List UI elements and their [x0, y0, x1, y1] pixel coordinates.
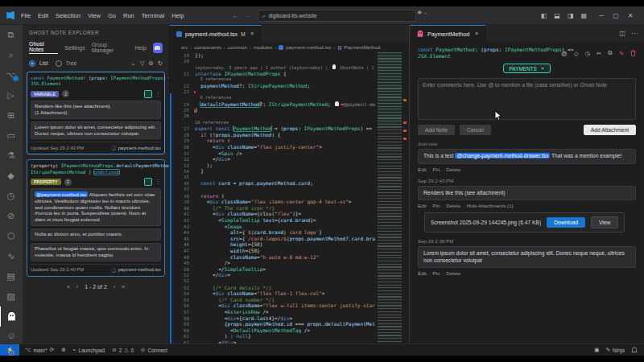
- maximize-button[interactable]: ▢: [609, 12, 623, 19]
- code-line[interactable]: 37: [171, 187, 375, 193]
- code-line[interactable]: 41 <div className={clsx("flex")}>: [171, 211, 375, 217]
- delete-link[interactable]: Delete: [443, 270, 460, 276]
- comment-input[interactable]: [418, 78, 636, 120]
- code-line[interactable]: 24 defaultPaymentMethod?: IStripePayment…: [171, 101, 375, 108]
- code-line[interactable]: 61 ) : null}: [171, 333, 375, 339]
- sidebar-tab-help[interactable]: Help: [134, 45, 146, 51]
- sidebar-tab-settings[interactable]: Settings: [64, 45, 85, 51]
- menu-help[interactable]: Help: [171, 12, 184, 19]
- open-note-icon[interactable]: [144, 178, 152, 186]
- tree-label[interactable]: Tree: [66, 60, 77, 66]
- account-icon[interactable]: ☺: [0, 327, 23, 344]
- copilot-icon[interactable]: ❖⌄: [417, 10, 427, 16]
- menu-selection[interactable]: Selection: [56, 12, 80, 19]
- pin-link[interactable]: Pin: [430, 167, 440, 172]
- menu-file[interactable]: File: [21, 12, 31, 19]
- code-line[interactable]: 57 <AsteriskRow />: [171, 309, 375, 315]
- more-actions-icon[interactable]: ⋮: [155, 179, 161, 185]
- code-line[interactable]: 40 {/* The card icon */}: [171, 205, 375, 212]
- code-line[interactable]: 48 className="h-auto w-8 md:w-12": [171, 254, 375, 261]
- code-line[interactable]: 32 </div>: [171, 156, 375, 162]
- tab-ghost-note-paymentmethod[interactable]: PaymentMethod ✕: [410, 25, 486, 42]
- download-button[interactable]: Download: [547, 217, 585, 228]
- cancel-button[interactable]: Cancel: [460, 125, 491, 135]
- ghost-note-card[interactable]: const PaymentMethod: (props: IPaymentMet…: [27, 72, 165, 154]
- edit-icon[interactable]: ✎: [619, 50, 624, 57]
- code-line[interactable]: 23: [171, 89, 375, 96]
- minimize-button[interactable]: ─: [594, 12, 609, 19]
- next-page-icon[interactable]: ›: [114, 284, 115, 290]
- close-tab-icon[interactable]: ✕: [474, 31, 479, 37]
- python-icon[interactable]: ∿: [0, 246, 23, 266]
- menu-run[interactable]: Run: [123, 12, 134, 19]
- codelens-line[interactable]: 3 references: [171, 76, 375, 83]
- hide-attachments-link[interactable]: Hide Attachments (1): [464, 203, 514, 208]
- add-note-button[interactable]: Add Note: [418, 125, 455, 135]
- code-line[interactable]: 50 </SimpleTooltip>: [171, 266, 375, 273]
- prev-page-icon[interactable]: ‹: [76, 284, 78, 290]
- code-line[interactable]: 19});: [171, 52, 375, 59]
- split-editor-icon[interactable]: ◫: [619, 30, 625, 37]
- add-attachment-button[interactable]: Add Attachment: [584, 125, 636, 135]
- pin-link[interactable]: Pin: [430, 270, 440, 276]
- code-line[interactable]: 44 alt={`${card.brand} card logo`}: [171, 229, 375, 236]
- tag-icon[interactable]: ◇: [574, 50, 579, 57]
- disable-icon[interactable]: ⊘: [0, 206, 23, 226]
- code-line[interactable]: 51 </div>: [171, 272, 375, 278]
- code-line[interactable]: 35: [171, 175, 375, 181]
- code-line[interactable]: 28 if (!props.paymentMethod) {: [171, 132, 375, 138]
- code-line[interactable]: 27export const PaymentMethod = (props: I…: [171, 125, 375, 132]
- ninja-status[interactable]: ✎ Ninja: [605, 347, 625, 353]
- code-line[interactable]: 31 <Spin />: [171, 150, 375, 157]
- code-line[interactable]: 46 height={50}: [171, 241, 375, 248]
- tag-chip[interactable]: PAYMENTS ✕: [503, 64, 551, 73]
- code-line[interactable]: 38 return (: [171, 193, 375, 200]
- code-line[interactable]: 53 {/* Card details */}: [171, 285, 375, 291]
- note-file-link[interactable]: ❑ payment-method.tsx: [111, 267, 161, 273]
- connect-status[interactable]: ⎆ Connect: [141, 347, 167, 353]
- code-line[interactable]: 25}: [171, 107, 375, 113]
- code-line[interactable]: 55 {/* Card number */}: [171, 297, 375, 303]
- code-editor[interactable]: 19});20leytonroday, 2 years ago | 1 auth…: [171, 52, 375, 343]
- toggle-sidebar-icon[interactable]: ◧: [541, 12, 547, 19]
- codelens-line[interactable]: 10 references: [171, 120, 375, 126]
- sidebar-tab-ghost-notes[interactable]: Ghost Notes: [29, 41, 58, 54]
- mention-icon[interactable]: @: [561, 50, 568, 57]
- code-line[interactable]: 30 <div className="flex justify-center">: [171, 144, 375, 150]
- history-icon[interactable]: ◷: [0, 186, 23, 206]
- tab-payment-method[interactable]: payment-method.tsx M ✕: [170, 25, 262, 42]
- code-line[interactable]: 60 <DefaultPaymentMethodTag />: [171, 327, 375, 334]
- view-button[interactable]: View: [591, 216, 618, 228]
- code-line[interactable]: 20: [171, 59, 375, 65]
- nav-forward-icon[interactable]: →: [244, 12, 250, 19]
- close-button[interactable]: ✕: [623, 12, 638, 19]
- code-line[interactable]: 59 {props.paymentMethod.id === props.def…: [171, 321, 375, 327]
- history-icon[interactable]: ◷: [585, 50, 591, 57]
- problems-status[interactable]: ⊘ 2 △ 0: [112, 347, 134, 353]
- tree-radio[interactable]: [56, 60, 62, 67]
- edit-link[interactable]: Edit: [418, 203, 427, 208]
- package-icon[interactable]: ⬡: [0, 226, 23, 246]
- run-debug-icon[interactable]: ▷: [0, 85, 23, 105]
- more-actions-icon[interactable]: ⋮: [155, 91, 161, 97]
- search-icon[interactable]: ⌕: [0, 45, 23, 65]
- list-label[interactable]: List: [39, 60, 48, 66]
- pin-link[interactable]: Pin: [430, 203, 440, 208]
- code-line[interactable]: 21interface IPaymentMethodProps {: [171, 71, 375, 77]
- code-line[interactable]: 42 <SimpleTooltip text={card.brand}>: [171, 217, 375, 224]
- file-mention[interactable]: @payment-method.tsx: [35, 191, 88, 197]
- layers-status[interactable]: ≣: [61, 347, 66, 353]
- scissors-icon[interactable]: ✂: [597, 50, 601, 57]
- code-line[interactable]: 33 );: [171, 162, 375, 169]
- edit-link[interactable]: Edit: [418, 167, 427, 172]
- launchpad-status[interactable]: ⌁ Launchpad: [73, 347, 105, 353]
- remote-explorer-icon[interactable]: ▭: [0, 125, 23, 146]
- code-line[interactable]: 39 <div className="flex items-center gap…: [171, 199, 375, 205]
- last-page-icon[interactable]: »: [122, 284, 125, 290]
- feedback-icon[interactable]: ▣: [594, 347, 599, 353]
- code-line[interactable]: 56 <div className="flex w-full items-cen…: [171, 302, 375, 309]
- code-line[interactable]: 54 <div className="flex flex-1 flex-col"…: [171, 290, 375, 297]
- list-radio[interactable]: [29, 60, 35, 67]
- code-line[interactable]: 58 <div>{card.last4}</div>: [171, 315, 375, 322]
- ghost-note-icon[interactable]: [0, 306, 23, 327]
